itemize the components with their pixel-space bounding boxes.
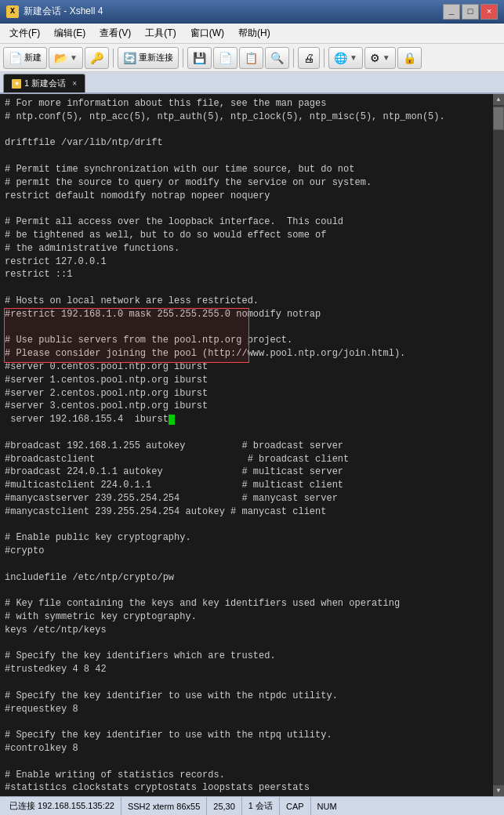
menu-file[interactable]: 文件(F)	[3, 25, 46, 42]
sep1	[113, 49, 114, 67]
tab-bar: ★ 1 新建会话 ×	[0, 72, 504, 94]
menu-bar: 文件(F) 编辑(E) 查看(V) 工具(T) 窗口(W) 帮助(H)	[0, 24, 504, 44]
sep3	[293, 49, 294, 67]
search-icon: 🔍	[270, 52, 284, 64]
menu-help[interactable]: 帮助(H)	[232, 25, 277, 42]
key-button[interactable]: 🔑	[85, 47, 109, 69]
tab-session-1[interactable]: ★ 1 新建会话 ×	[3, 74, 85, 92]
menu-window[interactable]: 窗口(W)	[184, 25, 230, 42]
new-button[interactable]: 📄 新建	[3, 47, 47, 69]
open-button[interactable]: 📂 ▼	[49, 47, 83, 69]
menu-edit[interactable]: 编辑(E)	[48, 25, 92, 42]
title-bar: X 新建会话 - Xshell 4 _ □ ×	[0, 0, 504, 24]
copy-icon: 📄	[219, 52, 232, 64]
menu-view[interactable]: 查看(V)	[93, 25, 137, 42]
status-connection: 已连接 192.168.155.135:22	[3, 797, 121, 815]
title-bar-left: X 新建会话 - Xshell 4	[6, 5, 103, 18]
settings-button[interactable]: ⚙ ▼	[364, 47, 396, 69]
print-icon: 🖨	[303, 52, 314, 64]
scroll-down-button[interactable]: ▼	[493, 785, 504, 796]
save-button[interactable]: 💾	[187, 47, 212, 69]
title-text: 新建会话 - Xshell 4	[24, 5, 103, 18]
key-icon: 🔑	[90, 52, 103, 64]
reconnect-label: 重新连接	[139, 52, 173, 63]
open-icon: 📂	[54, 52, 67, 64]
settings-icon: ⚙	[370, 52, 380, 64]
sep4	[324, 49, 325, 67]
cursor	[169, 415, 175, 425]
new-icon: 📄	[9, 52, 22, 64]
scroll-thumb[interactable]	[493, 107, 504, 130]
tab-icon: ★	[12, 79, 21, 89]
copy-button[interactable]: 📄	[213, 47, 237, 69]
paste-button[interactable]: 📋	[239, 47, 263, 69]
maximize-button[interactable]: □	[462, 4, 479, 20]
status-caps: CAP	[280, 797, 311, 815]
terminal[interactable]: # For more information about this file, …	[0, 94, 504, 796]
menu-tools[interactable]: 工具(T)	[139, 25, 182, 42]
close-button[interactable]: ×	[480, 4, 498, 20]
sep2	[183, 49, 183, 67]
tab-close-icon[interactable]: ×	[72, 79, 77, 88]
terminal-content: # For more information about this file, …	[5, 97, 499, 796]
print-button[interactable]: 🖨	[298, 47, 320, 69]
app-icon: X	[6, 5, 19, 18]
search-button[interactable]: 🔍	[265, 47, 289, 69]
tab-label: 1 新建会话	[24, 78, 66, 89]
title-controls: _ □ ×	[443, 4, 498, 20]
toolbar: 📄 新建 📂 ▼ 🔑 🔄 重新连接 💾 📄 📋 🔍 🖨 🌐 ▼ ⚙ ▼ 🔒	[0, 44, 504, 72]
status-protocol: SSH2 xterm 86x55	[121, 797, 207, 815]
paste-icon: 📋	[245, 52, 258, 64]
web-icon: 🌐	[334, 52, 347, 64]
status-num: NUM	[311, 797, 343, 815]
status-bar: 已连接 192.168.155.135:22 SSH2 xterm 86x55 …	[0, 796, 504, 815]
status-sessions: 1 会话	[242, 797, 280, 815]
web-button[interactable]: 🌐 ▼	[328, 47, 363, 69]
vertical-scrollbar[interactable]: ▲ ▼	[493, 94, 504, 796]
new-label: 新建	[24, 52, 42, 63]
status-position: 25,30	[207, 797, 242, 815]
scroll-up-button[interactable]: ▲	[493, 94, 504, 105]
lock-button[interactable]: 🔒	[397, 47, 422, 69]
reconnect-button[interactable]: 🔄 重新连接	[118, 47, 179, 69]
save-icon: 💾	[193, 52, 206, 64]
minimize-button[interactable]: _	[443, 4, 460, 20]
lock-icon: 🔒	[403, 52, 416, 64]
open-dropdown: ▼	[70, 53, 78, 62]
reconnect-icon: 🔄	[123, 52, 136, 64]
